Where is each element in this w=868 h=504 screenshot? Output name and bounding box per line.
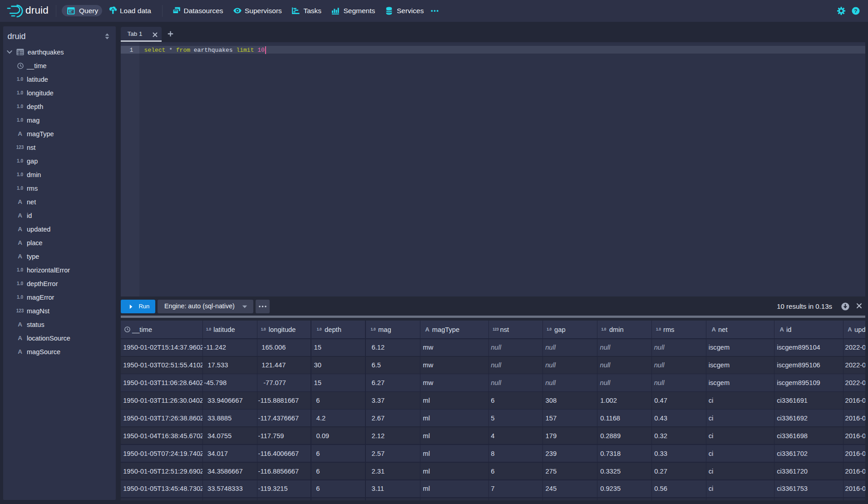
svg-text:?: ?: [854, 8, 857, 14]
